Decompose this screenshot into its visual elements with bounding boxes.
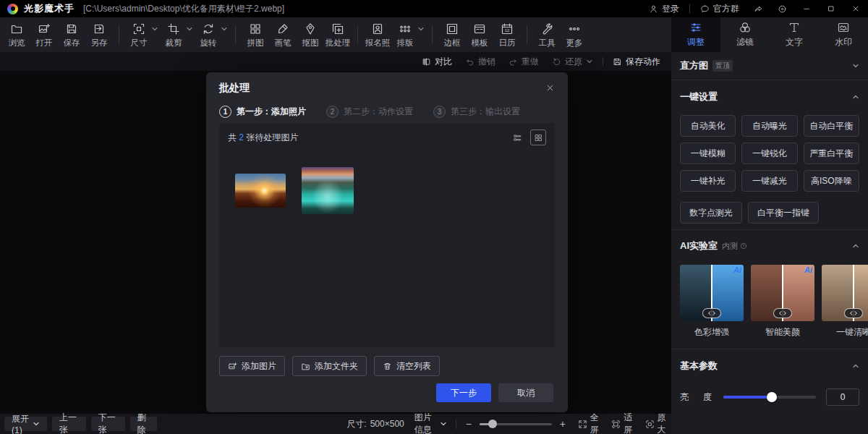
maximize-button[interactable] [819, 0, 843, 17]
previous-image-button[interactable]: 上一张 [52, 417, 86, 431]
next-image-button[interactable]: 下一张 [91, 417, 125, 431]
histogram-section-header[interactable]: 直方图 置顶 [671, 52, 868, 80]
histogram-pin-badge[interactable]: 置顶 [712, 60, 733, 72]
tab-watermark[interactable]: 水印 [819, 17, 868, 52]
zoom-in-button[interactable]: + [559, 418, 566, 430]
brightness-value-input[interactable]: 0 [826, 388, 859, 406]
one-key-button[interactable]: 一键补光 [680, 170, 736, 192]
expand-filmstrip-button[interactable]: 展开(1) [4, 417, 47, 431]
compare-handle[interactable] [702, 308, 721, 318]
calendar-icon: 12 [501, 22, 514, 35]
cancel-button[interactable]: 取消 [498, 383, 553, 402]
toolbar-template-button[interactable]: 模板 [466, 20, 493, 51]
zoom-out-button[interactable]: − [465, 418, 472, 430]
one-key-button[interactable]: 自动白平衡 [804, 115, 859, 137]
one-key-button[interactable]: 一键减光 [741, 170, 797, 192]
brightness-slider-thumb[interactable] [767, 392, 777, 402]
waterfall-photo-thumbnail[interactable] [302, 167, 354, 214]
ai-card-preview[interactable]: Ai [751, 265, 814, 321]
ai-card-preview[interactable]: Ai [680, 265, 744, 321]
sunset-photo-thumbnail[interactable] [235, 174, 286, 208]
add-image-button[interactable]: 添加图片 [219, 356, 285, 376]
toolbar-tools-button[interactable]: 工具 [533, 20, 561, 51]
next-step-button[interactable]: 下一步 [436, 383, 491, 402]
one-key-button[interactable]: 自动曝光 [741, 115, 797, 137]
basic-params-section-header[interactable]: 基本参数 [671, 349, 868, 383]
toolbar-cutout-button[interactable]: 抠图 [297, 20, 324, 51]
ai-lab-section-header[interactable]: AI实验室 内测 ? [671, 230, 868, 262]
toolbar-calendar-button[interactable]: 12日历 [493, 20, 521, 51]
save-icon [65, 22, 78, 35]
one-key-button[interactable]: 高ISO降噪 [804, 170, 859, 192]
toolbar-calendar-label: 日历 [499, 38, 516, 48]
one-key-button[interactable]: 白平衡一指键 [748, 202, 819, 224]
one-key-button[interactable]: 严重白平衡 [804, 142, 859, 164]
add-folder-label: 添加文件夹 [315, 360, 358, 373]
toolbar-resize-button[interactable]: 尺寸 [125, 20, 153, 51]
list-view-toggle[interactable] [510, 130, 524, 145]
clear-list-button[interactable]: 清空列表 [374, 356, 440, 376]
toolbar-tools-label: 工具 [539, 38, 556, 48]
tab-filter[interactable]: 滤镜 [720, 17, 770, 52]
zoom-slider-thumb[interactable] [488, 420, 497, 428]
toolbar-rotate-button[interactable]: 旋转 [195, 20, 222, 51]
chevron-down-icon[interactable] [852, 62, 859, 69]
zoom-slider[interactable] [480, 423, 552, 425]
add-folder-button[interactable]: 添加文件夹 [292, 356, 367, 376]
one-key-section-header[interactable]: 一键设置 [671, 80, 868, 114]
brightness-label: 度 [703, 391, 712, 404]
chevron-up-icon[interactable] [852, 93, 859, 101]
image-info-dropdown[interactable]: 图片信息 [414, 412, 447, 434]
toolbar-save-button[interactable]: 保存 [58, 20, 85, 51]
toolbar-save-as-button[interactable]: 另存 [85, 20, 113, 51]
zoom-control: − + [465, 418, 566, 430]
tab-adjust[interactable]: 调整 [671, 17, 720, 52]
tab-adjust-label: 调整 [687, 36, 705, 48]
one-key-button[interactable]: 一键锐化 [741, 142, 797, 164]
ai-card-preview[interactable]: Ai [822, 265, 868, 321]
restore-button[interactable]: 还原 [545, 52, 600, 71]
actual-size-button[interactable]: 原大 [645, 412, 667, 434]
add-image-icon [228, 362, 237, 371]
toolbar-more-button[interactable]: 更多 [561, 20, 588, 51]
chevron-up-icon[interactable] [852, 362, 859, 370]
toolbar-collage-button[interactable]: 拼图 [242, 20, 269, 51]
undo-button[interactable]: 撤销 [459, 52, 502, 71]
compare-handle[interactable] [773, 308, 792, 318]
toolbar-save-as-label: 另存 [91, 38, 108, 48]
chevron-down-icon[interactable] [417, 25, 425, 33]
toolbar-browse-button[interactable]: 浏览 [3, 20, 30, 51]
fullscreen-button[interactable]: 全屏 [578, 412, 600, 434]
brightness-slider[interactable] [723, 396, 816, 399]
redo-button[interactable]: 重做 [502, 52, 545, 71]
one-key-button[interactable]: 自动美化 [680, 115, 736, 137]
help-icon[interactable]: ? [740, 242, 747, 250]
settings-button[interactable] [770, 0, 794, 17]
one-key-button[interactable]: 一键模糊 [680, 142, 736, 164]
grid-view-toggle[interactable] [530, 129, 546, 145]
chevron-down-icon[interactable] [186, 25, 193, 33]
minimize-button[interactable] [794, 0, 819, 17]
tab-text[interactable]: 文字 [770, 17, 819, 52]
chevron-down-icon[interactable] [151, 25, 158, 33]
chevron-up-icon[interactable] [852, 242, 859, 250]
compare-button[interactable]: 对比 [415, 52, 459, 71]
fit-screen-button[interactable]: 适屏 [611, 412, 633, 434]
toolbar-brush-button[interactable]: 画笔 [269, 20, 297, 51]
toolbar-batch-button[interactable]: 批处理 [324, 20, 352, 51]
compare-handle[interactable] [844, 308, 863, 318]
login-button[interactable]: 登录 [642, 0, 686, 17]
toolbar-layout-button[interactable]: 排版 [391, 20, 419, 51]
delete-image-button[interactable]: 删除 [130, 417, 158, 431]
chevron-down-icon[interactable] [221, 25, 228, 33]
toolbar-id-photo-button[interactable]: 报名照 [364, 20, 391, 51]
close-window-button[interactable] [843, 0, 868, 17]
dialog-close-button[interactable] [542, 80, 558, 95]
share-button[interactable] [746, 0, 770, 17]
toolbar-open-button[interactable]: 打开 [30, 20, 58, 51]
save-action-button[interactable]: 保存动作 [606, 52, 667, 71]
one-key-button[interactable]: 数字点测光 [680, 202, 742, 224]
toolbar-border-button[interactable]: 边框 [438, 20, 466, 51]
official-group-button[interactable]: 官方群 [693, 0, 746, 17]
toolbar-crop-button[interactable]: 裁剪 [160, 20, 187, 51]
